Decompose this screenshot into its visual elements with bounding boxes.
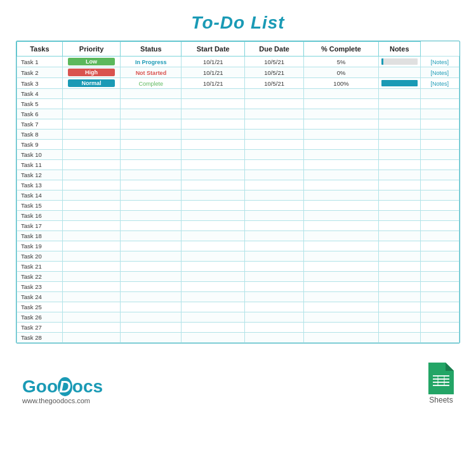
notes-cell[interactable] [420, 282, 459, 292]
svg-rect-3 [433, 378, 449, 380]
due-date-cell: 10/5/21 [245, 67, 304, 78]
col-due-date: Due Date [245, 42, 304, 57]
progress-bar-cell [378, 160, 420, 170]
notes-cell[interactable] [420, 180, 459, 190]
task-name-cell: Task 28 [17, 333, 63, 343]
priority-cell: Low [62, 57, 121, 67]
notes-cell[interactable] [420, 312, 459, 323]
notes-cell[interactable] [420, 221, 459, 231]
table-row: Task 27 [17, 323, 459, 333]
notes-link[interactable]: [Notes] [430, 59, 449, 65]
priority-cell [62, 221, 121, 231]
task-name-cell: Task 14 [17, 190, 63, 201]
progress-bar-cell [378, 333, 420, 343]
start-date-cell [182, 99, 245, 109]
page-title: To-Do List [16, 13, 460, 33]
notes-cell[interactable] [420, 170, 459, 180]
notes-cell[interactable] [420, 323, 459, 333]
due-date-cell [245, 89, 304, 99]
notes-cell[interactable] [420, 119, 459, 130]
progress-bar-cell [378, 140, 420, 150]
start-date-cell [182, 272, 245, 282]
task-name-cell: Task 10 [17, 150, 63, 160]
status-cell: Complete [121, 78, 182, 89]
due-date-cell [245, 140, 304, 150]
task-name-cell: Task 21 [17, 262, 63, 272]
notes-cell[interactable] [420, 241, 459, 251]
percent-complete-cell [304, 302, 379, 312]
notes-cell[interactable] [420, 251, 459, 262]
due-date-cell [245, 231, 304, 241]
percent-complete-cell [304, 99, 379, 109]
logo-text-ocs: ocs [72, 377, 103, 396]
start-date-cell [182, 262, 245, 272]
notes-cell[interactable] [420, 231, 459, 241]
task-name-cell: Task 16 [17, 211, 63, 221]
status-text: In Progress [135, 59, 167, 65]
status-cell [121, 130, 182, 140]
notes-cell[interactable]: [Notes] [420, 78, 459, 89]
start-date-cell [182, 109, 245, 119]
task-name-cell: Task 4 [17, 89, 63, 99]
notes-cell[interactable] [420, 160, 459, 170]
notes-cell[interactable]: [Notes] [420, 67, 459, 78]
status-cell [121, 109, 182, 119]
notes-cell[interactable] [420, 302, 459, 312]
start-date-cell [182, 302, 245, 312]
status-cell [121, 190, 182, 201]
task-name-cell: Task 5 [17, 99, 63, 109]
priority-cell [62, 201, 121, 211]
priority-cell [62, 302, 121, 312]
col-tasks: Tasks [17, 42, 63, 57]
progress-bar-cell [378, 119, 420, 130]
task-name-cell: Task 25 [17, 302, 63, 312]
task-name-cell: Task 23 [17, 282, 63, 292]
notes-cell[interactable]: [Notes] [420, 57, 459, 67]
notes-cell[interactable] [420, 211, 459, 221]
table-header-row: Tasks Priority Status Start Date Due Dat… [17, 42, 459, 57]
priority-badge: High [68, 69, 115, 76]
percent-complete-cell [304, 160, 379, 170]
col-priority: Priority [62, 42, 121, 57]
notes-cell[interactable] [420, 272, 459, 282]
status-cell: Not Started [121, 67, 182, 78]
todo-table: Tasks Priority Status Start Date Due Dat… [17, 41, 459, 343]
sheets-icon-container: Sheets [428, 363, 454, 404]
task-name-cell: Task 18 [17, 231, 63, 241]
notes-cell[interactable] [420, 89, 459, 99]
progress-bar-cell [378, 150, 420, 160]
col-notes: Notes [378, 42, 420, 57]
notes-cell[interactable] [420, 150, 459, 160]
notes-cell[interactable] [420, 262, 459, 272]
progress-bar-cell [378, 312, 420, 323]
due-date-cell: 10/5/21 [245, 57, 304, 67]
col-percent-complete: % Complete [304, 42, 379, 57]
table-row: Task 9 [17, 140, 459, 150]
notes-cell[interactable] [420, 201, 459, 211]
percent-complete-cell [304, 312, 379, 323]
notes-link[interactable]: [Notes] [430, 81, 449, 87]
task-name-cell: Task 15 [17, 201, 63, 211]
notes-cell[interactable] [420, 333, 459, 343]
status-cell [121, 241, 182, 251]
status-cell [121, 292, 182, 302]
percent-complete-cell [304, 109, 379, 119]
notes-cell[interactable] [420, 109, 459, 119]
notes-cell[interactable] [420, 99, 459, 109]
progress-bar-cell [378, 282, 420, 292]
due-date-cell [245, 180, 304, 190]
task-name-cell: Task 11 [17, 160, 63, 170]
notes-cell[interactable] [420, 130, 459, 140]
start-date-cell [182, 119, 245, 130]
start-date-cell [182, 130, 245, 140]
table-row: Task 22 [17, 272, 459, 282]
status-cell [121, 312, 182, 323]
priority-cell [62, 333, 121, 343]
notes-cell[interactable] [420, 140, 459, 150]
start-date-cell [182, 251, 245, 262]
table-row: Task 3NormalComplete10/1/2110/5/21100%[N… [17, 78, 459, 89]
notes-link[interactable]: [Notes] [430, 70, 449, 76]
notes-cell[interactable] [420, 190, 459, 201]
priority-cell [62, 150, 121, 160]
notes-cell[interactable] [420, 292, 459, 302]
